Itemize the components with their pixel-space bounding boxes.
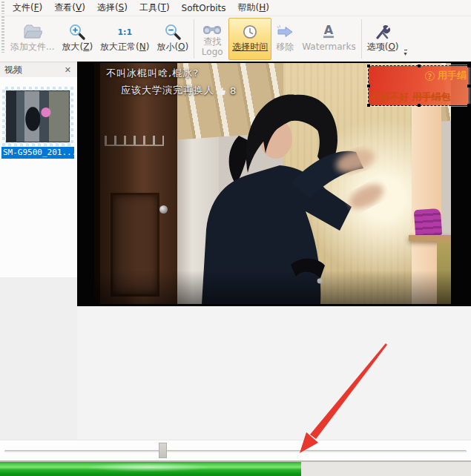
panel-title: 视频 bbox=[4, 64, 22, 76]
toolbar-grip-2[interactable] bbox=[1, 16, 4, 53]
selection-handle[interactable] bbox=[418, 65, 421, 67]
options-button[interactable]: 选项(O) bbox=[363, 18, 403, 60]
watermark-caption-2: 不好不好 bbox=[370, 91, 409, 102]
selection-handle[interactable] bbox=[367, 85, 370, 87]
question-badge-icon: ? bbox=[425, 71, 435, 81]
video-stage: 不叫冰棍叫啥,棍冰? 应该大学演完再换人 8 ? 用手绢 不好不好 用手绢包 bbox=[77, 62, 471, 306]
danmaku-text: 应该大学演完再换人 bbox=[121, 84, 214, 97]
zoom-normal-button[interactable]: 1:1 放大正常(N) bbox=[96, 18, 153, 60]
binoculars-icon bbox=[202, 22, 222, 37]
danmaku-comment-2: 应该大学演完再换人 8 bbox=[121, 84, 237, 97]
video-list-panel: 视频 ✕ SM-G9500_201... bbox=[0, 62, 77, 440]
menu-select[interactable]: 选择(S) bbox=[91, 0, 134, 16]
watermark-caption: 用手绢 bbox=[438, 69, 467, 82]
app-window: 文件(F) 查看(V) 选择(S) 工具(T) SoftOrbits 帮助(H)… bbox=[0, 0, 471, 476]
zoom-in-button[interactable]: 放大(Z) bbox=[58, 18, 96, 60]
progress-fill bbox=[0, 462, 301, 476]
progress-bar bbox=[0, 460, 471, 476]
watermarks-label: Watermarks bbox=[302, 42, 355, 53]
video-filename[interactable]: SM-G9500_201... bbox=[1, 147, 74, 159]
selection-handle[interactable] bbox=[467, 65, 470, 67]
select-time-button[interactable]: 选择时间 bbox=[228, 18, 271, 60]
list-item[interactable] bbox=[2, 87, 73, 146]
selection-handle[interactable] bbox=[467, 85, 470, 87]
video-thumbnail[interactable] bbox=[6, 90, 70, 142]
menu-help[interactable]: 帮助(H) bbox=[232, 0, 275, 16]
zoom-normal-label: 放大正常(N) bbox=[100, 42, 149, 53]
watermark-text-bottom: 不好不好 用手绢包 bbox=[370, 90, 451, 104]
menu-softorbits[interactable]: SoftOrbits bbox=[176, 1, 232, 15]
menu-bar: 文件(F) 查看(V) 选择(S) 工具(T) SoftOrbits 帮助(H) bbox=[0, 0, 471, 16]
menu-file[interactable]: 文件(F) bbox=[7, 0, 48, 16]
workspace-background bbox=[77, 306, 471, 440]
find-logo-button[interactable]: 查找 Logo bbox=[196, 18, 228, 60]
selection-handle[interactable] bbox=[418, 104, 421, 107]
slider-track[interactable] bbox=[4, 450, 467, 452]
options-label: 选项(O) bbox=[367, 42, 399, 53]
remove-label: 移除 bbox=[276, 42, 294, 53]
danmaku-comment: 不叫冰棍叫啥,棍冰? bbox=[106, 67, 199, 80]
close-icon[interactable]: ✕ bbox=[63, 65, 73, 75]
watermark-caption-3: 用手绢包 bbox=[412, 91, 451, 102]
clock-icon bbox=[241, 22, 259, 42]
toolbar-separator-2 bbox=[361, 19, 362, 59]
svg-text:A: A bbox=[324, 23, 334, 37]
find-logo-label: 查找 Logo bbox=[200, 37, 225, 58]
select-time-label: 选择时间 bbox=[232, 42, 268, 53]
zoom-in-icon bbox=[68, 22, 86, 42]
add-files-button[interactable]: 添加文件... bbox=[7, 18, 58, 60]
zoom-out-icon bbox=[164, 22, 182, 42]
zoom-1to1-icon: 1:1 bbox=[117, 22, 132, 42]
toolbar-overflow-button[interactable]: ▾ bbox=[404, 50, 407, 57]
zoom-out-button[interactable]: 放小(O) bbox=[153, 18, 192, 60]
zoom-out-label: 放小(O) bbox=[157, 42, 188, 53]
watermark-letter-icon: A bbox=[320, 22, 337, 42]
toolbar: 添加文件... 放大(Z) 1:1 放大正常(N) bbox=[0, 16, 471, 62]
danmaku-like-count: 8 bbox=[230, 85, 237, 96]
selection-handle[interactable] bbox=[467, 104, 470, 107]
remove-arrow-icon bbox=[275, 22, 294, 42]
thumbs-up-icon bbox=[217, 86, 227, 96]
toolbar-grip[interactable] bbox=[1, 1, 4, 14]
menu-tools[interactable]: 工具(T) bbox=[134, 0, 176, 16]
wrench-icon bbox=[374, 22, 392, 42]
toolbar-separator bbox=[194, 19, 194, 59]
selection-handle[interactable] bbox=[367, 104, 370, 107]
watermark-selection[interactable]: ? 用手绢 不好不好 用手绢包 bbox=[368, 65, 470, 106]
add-files-folder-icon bbox=[23, 22, 42, 42]
add-files-label: 添加文件... bbox=[10, 42, 54, 53]
watermarks-button[interactable]: A Watermarks bbox=[298, 18, 359, 60]
timeline-slider bbox=[0, 440, 471, 460]
zoom-in-label: 放大(Z) bbox=[62, 42, 93, 53]
panel-header: 视频 ✕ bbox=[0, 62, 77, 77]
menu-view[interactable]: 查看(V) bbox=[48, 0, 91, 16]
remove-button[interactable]: 移除 bbox=[271, 18, 298, 60]
watermark-text-top: ? 用手绢 bbox=[425, 69, 467, 82]
video-list: SM-G9500_201... bbox=[0, 77, 77, 277]
selection-handle[interactable] bbox=[367, 65, 370, 67]
slider-thumb[interactable] bbox=[159, 443, 167, 458]
